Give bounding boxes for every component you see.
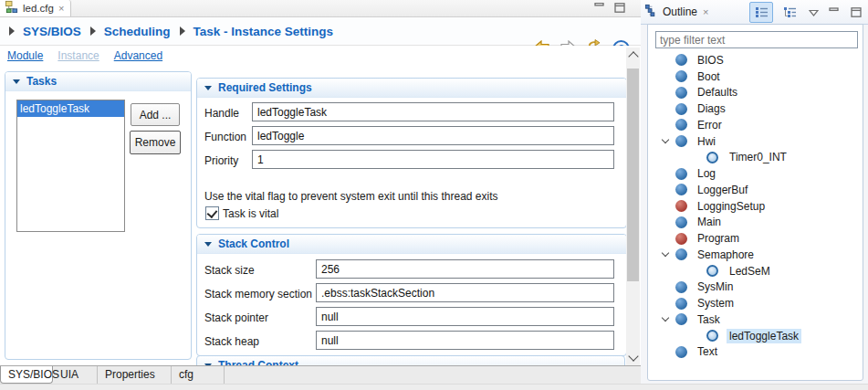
task-is-vital-label: Task is vital — [223, 207, 278, 220]
priority-label: Priority — [204, 154, 238, 167]
collapse-triangle-icon — [204, 242, 212, 247]
outline-tree-item-boot[interactable]: Boot — [648, 69, 863, 85]
outline-toolbar — [749, 2, 864, 23]
stack-memory-section-input[interactable] — [316, 283, 614, 302]
thread-context-title: Thread Context — [218, 359, 298, 365]
outline-view-icon — [644, 4, 658, 20]
instance-icon — [706, 330, 718, 342]
breadcrumb-scheduling[interactable]: Scheduling — [104, 25, 171, 38]
module-blue-icon — [675, 346, 687, 358]
breadcrumb-sysbios[interactable]: SYS/BIOS — [23, 25, 81, 38]
stack-pointer-label: Stack pointer — [204, 311, 268, 324]
outline-tree-item-text[interactable]: Text — [648, 344, 863, 361]
stack-heap-input[interactable] — [316, 331, 614, 350]
outline-tree-item-log[interactable]: Log — [648, 165, 863, 182]
cfg-file-icon — [5, 0, 18, 16]
status-strip — [0, 384, 868, 390]
vital-note: Use the vital flag to prevent system exi… — [204, 190, 497, 203]
outline-tree-item-semaphore[interactable]: Semaphore — [648, 247, 863, 263]
tasks-section-header[interactable]: Tasks — [5, 72, 191, 91]
tab-title: led.cfg — [23, 3, 54, 14]
collapse-triangle-icon — [204, 86, 212, 90]
priority-input[interactable] — [252, 150, 614, 169]
module-blue-icon — [675, 87, 687, 99]
outline-tree-label: Diags — [695, 101, 728, 116]
instance-icon — [706, 152, 718, 163]
required-settings-section: Required Settings Handle Function Priori… — [196, 78, 627, 228]
view-menu-chevron-icon[interactable] — [806, 3, 821, 22]
function-input[interactable] — [252, 126, 614, 145]
outline-content: BIOSBootDefaultsDiagsErrorHwiTimer0_INTL… — [647, 24, 863, 381]
outline-filter-input[interactable] — [655, 31, 858, 48]
link-advanced[interactable]: Advanced — [114, 49, 162, 62]
outline-tree-item-bios[interactable]: BIOS — [648, 52, 863, 69]
editor-maximize-icon[interactable] — [612, 2, 626, 14]
outline-close-icon[interactable]: × — [703, 7, 708, 17]
outline-tree-item-task[interactable]: Task — [648, 311, 863, 328]
tab-close-icon[interactable]: × — [58, 4, 64, 14]
chevron-down-icon[interactable] — [662, 249, 669, 257]
flat-list-view-icon[interactable] — [749, 2, 773, 23]
editor-tab-bar: led.cfg × — [0, 0, 641, 17]
stack-pointer-input[interactable] — [316, 307, 614, 326]
stack-size-input[interactable] — [316, 259, 614, 279]
link-module[interactable]: Module — [7, 49, 43, 62]
task-list-item[interactable]: ledToggleTask — [17, 100, 124, 117]
handle-label: Handle — [204, 107, 239, 120]
tree-view-icon[interactable] — [779, 3, 800, 22]
add-task-button[interactable]: Add ... — [131, 103, 180, 126]
scroll-up-icon[interactable] — [628, 51, 638, 61]
bottom-tab-cfg-script[interactable]: cfg Script — [172, 366, 225, 384]
scroll-down-icon[interactable] — [628, 351, 638, 361]
outline-tree-label: LoggingSetup — [695, 199, 768, 214]
handle-input[interactable] — [252, 102, 614, 121]
module-blue-icon — [675, 103, 687, 115]
outline-tree-item-ledtoggletask[interactable]: ledToggleTask — [648, 328, 863, 344]
outline-minimize-icon[interactable] — [826, 3, 842, 22]
outline-tab-title[interactable]: Outline — [663, 5, 697, 18]
editor-minimize-icon[interactable] — [592, 2, 606, 14]
outline-tree-item-main[interactable]: Main — [648, 215, 863, 231]
outline-maximize-icon[interactable] — [848, 3, 864, 22]
outline-header: Outline × — [641, 0, 868, 25]
task-is-vital-checkbox[interactable] — [205, 206, 219, 220]
bottom-tab-sys-bios[interactable]: SYS/BIOS — [0, 366, 53, 384]
outline-tree-label: Program — [695, 231, 742, 246]
module-blue-icon — [675, 248, 687, 260]
outline-tree-label: LoggerBuf — [695, 183, 750, 197]
outline-tree-label: Task — [695, 312, 723, 327]
bottom-tab-properties[interactable]: Properties — [98, 366, 172, 384]
breadcrumb-task-instance-settings: Task - Instance Settings — [193, 25, 334, 38]
outline-tree-label: Defaults — [695, 85, 740, 100]
outline-tree-item-error[interactable]: Error — [648, 117, 863, 133]
chevron-down-icon[interactable] — [662, 314, 669, 321]
tasks-listbox[interactable]: ledToggleTask — [16, 100, 125, 232]
outline-tree-item-program[interactable]: Program — [648, 230, 863, 247]
tab-led-cfg[interactable]: led.cfg × — [0, 0, 71, 16]
collapse-triangle-icon — [13, 79, 20, 84]
outline-tree-item-loggingsetup[interactable]: LoggingSetup — [648, 198, 863, 215]
outline-tree-item-hwi[interactable]: Hwi — [648, 133, 863, 150]
outline-tree-item-loggerbuf[interactable]: LoggerBuf — [648, 182, 863, 198]
editor-vertical-scrollbar[interactable] — [626, 47, 640, 365]
breadcrumb-arrow-icon — [9, 26, 15, 36]
remove-task-button[interactable]: Remove — [130, 131, 181, 154]
link-instance: Instance — [58, 49, 99, 62]
outline-tree-item-diags[interactable]: Diags — [648, 100, 863, 117]
stack-control-header[interactable]: Stack Control — [197, 235, 626, 254]
module-blue-icon — [675, 281, 687, 293]
outline-tree-item-defaults[interactable]: Defaults — [648, 85, 863, 101]
outline-tree-item-sysmin[interactable]: SysMin — [648, 279, 863, 296]
outline-tree-item-ledsem[interactable]: LedSeM — [648, 263, 863, 279]
bottom-tab-uia[interactable]: UIA — [53, 366, 98, 384]
outline-tree-item-system[interactable]: System — [648, 295, 863, 311]
scrollbar-thumb[interactable] — [627, 69, 639, 281]
stack-heap-label: Stack heap — [204, 335, 259, 348]
required-settings-header[interactable]: Required Settings — [197, 79, 626, 98]
module-blue-icon — [675, 298, 687, 310]
chevron-down-icon[interactable] — [662, 136, 669, 143]
outline-tree-label: System — [695, 296, 737, 311]
module-blue-icon — [675, 135, 687, 147]
outline-tree-item-timer0-int[interactable]: Timer0_INT — [648, 150, 863, 166]
outline-tree: BIOSBootDefaultsDiagsErrorHwiTimer0_INTL… — [648, 52, 863, 360]
